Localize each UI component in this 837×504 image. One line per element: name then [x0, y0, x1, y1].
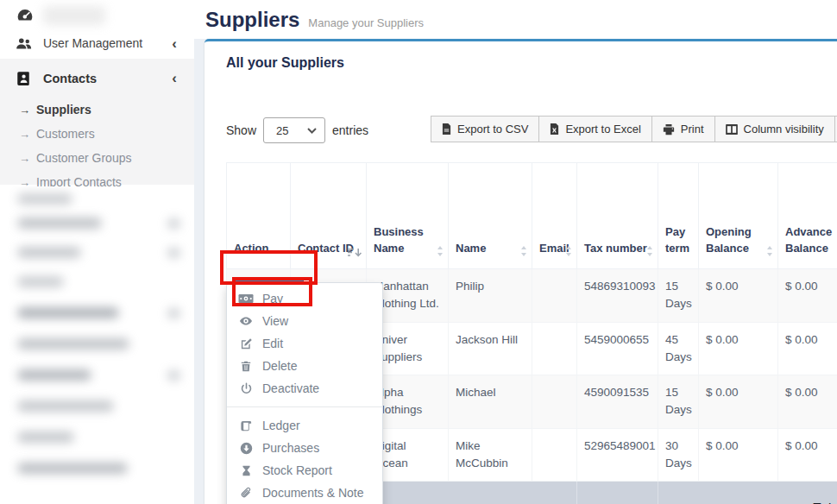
sidebar-item-blurred[interactable] — [17, 400, 114, 412]
page-size-value: 25 — [276, 124, 288, 137]
sidebar-item-blurred[interactable] — [17, 247, 81, 258]
cell-opening-balance: $ 0.00 — [699, 322, 778, 375]
sort-both-icon — [646, 246, 653, 256]
users-icon — [16, 37, 35, 50]
column-header-business-name[interactable]: Business Name — [367, 163, 449, 269]
cell-email — [532, 269, 577, 323]
sort-both-icon — [565, 246, 572, 256]
menu-item-stock-report[interactable]: Stock Report — [227, 459, 382, 482]
cell-advance-balance: $ 0.00 — [778, 322, 837, 375]
sidebar-blurred-items — [0, 186, 194, 504]
sidebar-item-blurred[interactable] — [17, 193, 72, 205]
csv-file-icon — [442, 123, 451, 135]
sidebar-subitem-label: Suppliers — [36, 103, 91, 117]
cell-name: Jackson Hill — [449, 322, 532, 375]
cell-opening-balance: $ 0.00 — [699, 375, 778, 429]
cell-pay-term: 15 Days — [658, 375, 699, 429]
menu-item-ledger[interactable]: Ledger — [227, 414, 382, 437]
sidebar-item-dashboard[interactable] — [0, 0, 194, 31]
cell-email — [532, 375, 577, 429]
menu-item-pay[interactable]: Pay — [227, 287, 382, 310]
sidebar-item-label: Contacts — [43, 72, 97, 85]
chevron-blurred — [167, 218, 180, 229]
column-header-tax-number[interactable]: Tax number — [577, 163, 658, 269]
menu-item-deactivate[interactable]: Deactivate — [227, 377, 382, 400]
address-book-icon — [16, 71, 35, 86]
eye-icon — [238, 314, 254, 328]
card-heading: All your Suppliers — [226, 55, 344, 71]
export-csv-button[interactable]: Export to CSV — [431, 116, 539, 142]
column-header-advance-balance[interactable]: Advance Balance — [778, 163, 837, 269]
cell-tax-number: 52965489001 — [577, 428, 658, 482]
cell-advance-balance: $ 0.00 — [778, 375, 837, 429]
sidebar-item-contacts[interactable]: Contacts ‹ — [0, 59, 194, 98]
sort-both-icon — [437, 246, 444, 256]
column-header-opening-balance[interactable]: Opening Balance — [699, 163, 778, 269]
sidebar-item-blurred[interactable] — [17, 307, 119, 318]
sidebar-item-label: User Management — [43, 36, 142, 50]
sidebar-section-contacts: Contacts ‹ → Suppliers → Customers → Cus… — [0, 59, 194, 185]
arrow-circle-down-icon — [238, 442, 254, 455]
arrow-right-icon: → — [19, 152, 30, 165]
sidebar-item-blurred[interactable] — [17, 369, 91, 381]
sidebar-item-customer-groups[interactable]: → Customer Groups — [0, 146, 194, 170]
cell-opening-balance: $ 0.00 — [699, 269, 778, 323]
excel-file-icon — [550, 123, 559, 135]
export-excel-button[interactable]: Export to Excel — [538, 116, 651, 142]
chevron-blurred — [167, 308, 180, 318]
actions-dropdown-menu: Pay View Edit Delete Deactivate Led — [226, 282, 383, 504]
column-header-contact-id[interactable]: Contact ID — [291, 163, 367, 269]
sidebar-item-blurred[interactable] — [17, 463, 128, 474]
page-size-select[interactable]: 25 — [263, 117, 325, 143]
cell-name: Michael — [449, 375, 532, 429]
sidebar-item-customers[interactable]: → Customers — [0, 122, 194, 146]
column-header-pay-term[interactable]: Pay term — [658, 163, 699, 269]
sidebar-item-user-management[interactable]: User Management ‹ — [0, 29, 194, 57]
cell-pay-term: 45 Days — [658, 322, 699, 375]
sidebar-item-blurred[interactable] — [17, 432, 74, 443]
printer-icon — [663, 123, 675, 135]
paperclip-icon — [238, 487, 254, 500]
chevron-down-icon — [307, 128, 317, 134]
print-button[interactable]: Print — [651, 116, 715, 142]
column-header-name[interactable]: Name — [449, 163, 532, 269]
sidebar-item-blurred[interactable] — [17, 338, 129, 350]
sidebar-item-blurred[interactable] — [17, 276, 64, 287]
menu-item-delete[interactable]: Delete — [227, 355, 382, 377]
sidebar-item-suppliers[interactable]: → Suppliers — [0, 98, 194, 122]
chevron-blurred — [167, 370, 180, 381]
arrow-right-icon: → — [19, 104, 30, 117]
menu-item-purchases[interactable]: Purchases — [227, 437, 382, 459]
footer-total-label: Total: — [658, 482, 837, 504]
entries-label: entries — [332, 123, 368, 137]
column-header-email[interactable]: Email — [532, 163, 577, 269]
cell-pay-term: 30 Days — [658, 428, 699, 482]
sidebar-item-blurred[interactable] — [17, 217, 102, 229]
menu-divider — [227, 406, 382, 407]
sidebar: User Management ‹ Contacts ‹ → Suppliers… — [0, 0, 194, 504]
ledger-scroll-icon — [238, 419, 254, 432]
page-title: Suppliers — [205, 0, 299, 39]
hourglass-icon — [238, 464, 254, 477]
app-window: User Management ‹ Contacts ‹ → Suppliers… — [0, 0, 837, 504]
money-icon — [238, 293, 254, 304]
dashboard-icon — [16, 8, 35, 23]
columns-icon — [726, 124, 738, 135]
chevron-blurred — [167, 248, 180, 258]
edit-icon — [238, 337, 254, 350]
cell-name: Philip — [449, 269, 532, 323]
menu-item-view[interactable]: View — [227, 310, 382, 332]
sidebar-subitem-label: Customer Groups — [36, 151, 131, 165]
menu-item-edit[interactable]: Edit — [227, 332, 382, 355]
cell-opening-balance: $ 0.00 — [699, 428, 778, 482]
column-visibility-button[interactable]: Column visibility — [714, 116, 835, 142]
footer-empty-cell — [577, 482, 658, 504]
menu-item-documents-note[interactable]: Documents & Note — [227, 482, 382, 504]
chevron-left-icon: ‹ — [172, 36, 177, 51]
chevron-left-icon: ‹ — [172, 71, 177, 85]
sidebar-subitem-label: Customers — [36, 127, 95, 141]
arrow-right-icon: → — [19, 128, 30, 141]
show-label: Show — [226, 123, 256, 137]
table-header-row: Action Contact ID Business Name Name Ema… — [227, 163, 837, 269]
blurred-logo — [43, 6, 105, 25]
